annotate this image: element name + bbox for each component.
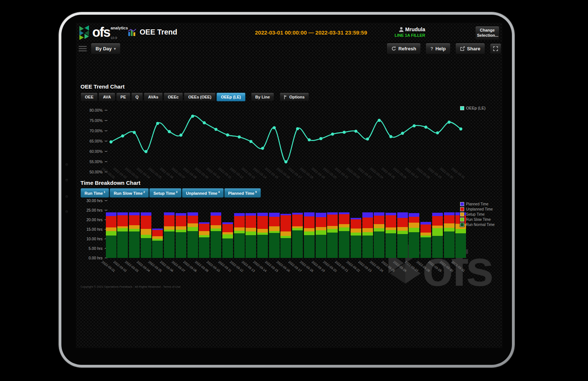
bar-segment-run-normal-time[interactable] [386,233,396,258]
button-run-time[interactable]: Run Time1 [80,188,109,198]
line-data-point[interactable] [144,150,147,153]
bar-segment-unplanned-time[interactable] [152,230,163,236]
line-data-point[interactable] [343,131,345,134]
bar-segment-unplanned-time[interactable] [234,216,245,227]
bar-segment-run-slow-time[interactable] [222,234,233,238]
bar-segment-setup-time[interactable] [245,228,256,231]
bar-segment-unplanned-time[interactable] [420,224,431,233]
line-data-point[interactable] [366,137,369,140]
bar-segment-planned-time[interactable] [339,212,349,214]
bar-segment-setup-time[interactable] [304,228,315,231]
bar-segment-run-normal-time[interactable] [164,231,175,258]
help-button[interactable]: ? Help [426,43,451,54]
bar-segment-planned-time[interactable] [199,222,209,224]
bar-segment-run-slow-time[interactable] [269,231,280,233]
bar-segment-run-slow-time[interactable] [327,229,338,232]
bar-segment-run-normal-time[interactable] [199,237,209,258]
bar-segment-planned-time[interactable] [420,222,431,224]
bar-segment-run-slow-time[interactable] [386,230,396,233]
bar-segment-unplanned-time[interactable] [432,216,443,226]
bar-segment-run-normal-time[interactable] [129,231,140,258]
bar-segment-planned-time[interactable] [211,212,221,215]
hamburger-icon[interactable] [79,46,87,53]
line-data-point[interactable] [273,126,276,129]
bar-segment-run-normal-time[interactable] [245,235,256,258]
bar-segment-planned-time[interactable] [444,212,455,215]
bar-segment-run-normal-time[interactable] [211,231,221,258]
bar-segment-planned-time[interactable] [432,213,443,216]
bar-segment-planned-time[interactable] [280,214,291,215]
bar-segment-run-normal-time[interactable] [327,233,338,258]
line-data-point[interactable] [424,126,427,129]
bar-segment-run-normal-time[interactable] [187,231,198,258]
bar-segment-run-normal-time[interactable] [409,232,419,258]
bar-segment-run-normal-time[interactable] [455,233,466,258]
change-selection-button[interactable]: Change Selection... [475,26,499,40]
bar-segment-unplanned-time[interactable] [269,217,280,226]
bar-segment-run-normal-time[interactable] [374,231,384,258]
line-data-point[interactable] [250,140,252,143]
line-data-point[interactable] [121,134,124,137]
bar-segment-run-slow-time[interactable] [280,236,291,238]
options-button[interactable]: Options [280,93,309,101]
line-data-point[interactable] [354,130,357,133]
bar-segment-unplanned-time[interactable] [164,215,175,226]
bar-segment-setup-time[interactable] [129,225,140,229]
tab-oeec[interactable]: OEEc [164,93,183,101]
line-data-point[interactable] [296,127,299,130]
bar-segment-planned-time[interactable] [397,212,408,218]
line-data-point[interactable] [110,140,112,143]
bar-segment-unplanned-time[interactable] [339,214,349,224]
bar-segment-unplanned-time[interactable] [409,217,419,223]
tab-oeep-le[interactable]: OEEp (LE) [216,93,245,101]
bar-segment-planned-time[interactable] [374,212,384,216]
line-data-point[interactable] [226,133,229,136]
bar-segment-unplanned-time[interactable] [304,216,315,228]
bar-segment-unplanned-time[interactable] [362,218,373,228]
bar-segment-run-normal-time[interactable] [234,233,245,258]
bar-segment-planned-time[interactable] [257,213,268,216]
bar-segment-setup-time[interactable] [280,231,291,236]
bar-segment-run-slow-time[interactable] [397,231,408,234]
bar-segment-run-normal-time[interactable] [176,232,186,258]
bar-segment-unplanned-time[interactable] [199,224,209,231]
bar-segment-run-slow-time[interactable] [362,232,373,236]
tab-q[interactable]: Q [131,93,143,101]
bar-segment-run-slow-time[interactable] [176,230,186,232]
bar-segment-run-slow-time[interactable] [351,233,361,236]
bar-segment-setup-time[interactable] [222,232,233,234]
bar-segment-planned-time[interactable] [117,212,128,215]
line-data-point[interactable] [319,137,322,140]
bar-segment-planned-time[interactable] [129,212,140,215]
bar-segment-unplanned-time[interactable] [187,216,198,224]
bar-segment-setup-time[interactable] [164,226,175,230]
fullscreen-button[interactable] [490,43,501,54]
bar-segment-unplanned-time[interactable] [374,216,384,224]
bar-segment-run-normal-time[interactable] [304,235,315,258]
bar-segment-unplanned-time[interactable] [386,215,396,227]
bar-segment-planned-time[interactable] [245,213,256,216]
bar-segment-run-normal-time[interactable] [351,236,361,258]
bar-segment-setup-time[interactable] [199,231,209,235]
line-data-point[interactable] [436,131,439,134]
bar-segment-run-slow-time[interactable] [420,236,431,237]
bar-segment-run-normal-time[interactable] [339,231,349,258]
refresh-button[interactable]: Refresh [387,43,421,54]
bar-segment-run-normal-time[interactable] [152,241,163,258]
bar-segment-unplanned-time[interactable] [245,216,256,228]
bar-segment-setup-time[interactable] [397,227,408,231]
bar-segment-setup-time[interactable] [316,227,326,230]
bar-segment-setup-time[interactable] [292,226,303,228]
bar-segment-setup-time[interactable] [386,227,396,230]
bar-segment-run-slow-time[interactable] [409,228,419,232]
line-data-point[interactable] [156,122,159,125]
bar-segment-setup-time[interactable] [444,223,455,228]
bar-segment-run-slow-time[interactable] [339,227,349,231]
bar-segment-setup-time[interactable] [152,236,163,239]
bar-segment-planned-time[interactable] [152,229,163,230]
line-data-point[interactable] [308,138,311,141]
bar-segment-setup-time[interactable] [176,226,186,230]
line-data-point[interactable] [238,136,241,139]
bar-segment-setup-time[interactable] [269,226,280,231]
bar-segment-planned-time[interactable] [362,212,373,218]
